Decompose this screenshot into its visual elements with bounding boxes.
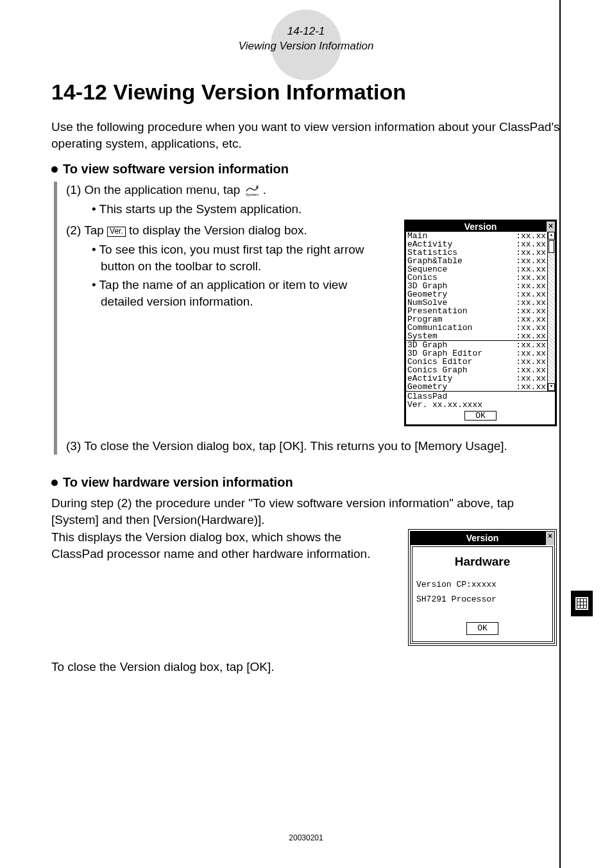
ver-icon: Ver.: [107, 227, 126, 236]
app-name: Geometry: [407, 383, 447, 391]
hw-dialog-titlebar: Version ×: [411, 532, 554, 545]
close-icon[interactable]: ×: [546, 221, 555, 232]
header-section-code: 14-12-1: [51, 24, 561, 39]
software-procedure: (1) On the application menu, tap System …: [54, 182, 561, 455]
version-list-row[interactable]: System:xx.xx: [406, 332, 547, 340]
step1-suffix: .: [263, 183, 266, 196]
hardware-para2: This displays the Version dialog box, wh…: [51, 529, 395, 562]
page-title: 14-12 Viewing Version Information: [51, 80, 561, 105]
header-badge: 14-12-1 Viewing Version Information: [51, 19, 561, 54]
close-icon[interactable]: ×: [545, 532, 554, 545]
version-dialog-titlebar: Version ×: [406, 221, 555, 232]
version-dialog-title: Version: [464, 221, 497, 232]
header-section-subtitle: Viewing Version Information: [51, 39, 561, 54]
app-version: :xx.xx: [516, 383, 546, 391]
version-list-row[interactable]: Geometry:xx.xx: [406, 383, 547, 391]
thumb-index-icon[interactable]: [571, 591, 593, 616]
scrollbar[interactable]: ▴ ▾: [547, 232, 555, 391]
grid-icon: [575, 597, 588, 610]
ok-button[interactable]: OK: [466, 622, 498, 635]
version-dialog-list: Main:xx.xxeActivity:xx.xxStatistics:xx.x…: [406, 232, 555, 391]
software-step-1: (1) On the application menu, tap System …: [66, 182, 561, 198]
bullet-icon: [51, 480, 58, 486]
scroll-thumb[interactable]: [548, 240, 554, 253]
software-heading: To view software version information: [51, 161, 561, 178]
step2-sub1: To see this icon, you must first tap the…: [92, 241, 391, 274]
version-dialog: Version × Main:xx.xxeActivity:xx.xxStati…: [404, 220, 557, 426]
hardware-version-dialog: Version × Hardware Version CP:xxxxx SH72…: [408, 529, 557, 645]
software-heading-text: To view software version information: [63, 162, 289, 176]
step2-prefix: (2) Tap: [66, 223, 107, 237]
step2-sub2: Tap the name of an application or item t…: [92, 277, 391, 309]
page-right-rule: [559, 0, 561, 868]
step1-sub: This starts up the System application.: [92, 201, 561, 218]
ok-button[interactable]: OK: [464, 411, 497, 421]
hardware-heading: To view hardware version information: [51, 474, 561, 491]
hw-line2: SH7291 Processor: [416, 594, 548, 605]
scroll-up-icon[interactable]: ▴: [548, 232, 555, 239]
step1-prefix: (1) On the application menu, tap: [66, 183, 244, 196]
software-step-3: (3) To close the Version dialog box, tap…: [66, 438, 561, 455]
footer-code: 20030201: [0, 833, 612, 842]
hardware-closing: To close the Version dialog box, tap [OK…: [51, 659, 561, 675]
hw-dialog-title: Version: [466, 533, 499, 543]
app-name: System: [407, 332, 438, 340]
software-step-2: (2) Tap Ver. to display the Version dial…: [66, 222, 391, 239]
step2-suffix: to display the Version dialog box.: [129, 223, 307, 237]
version-dialog-footer: ClassPad Ver. xx.xx.xxxx OK: [406, 391, 555, 424]
system-app-icon: System: [244, 184, 263, 196]
bullet-icon: [51, 166, 58, 173]
intro-paragraph: Use the following procedure when you wan…: [51, 119, 561, 152]
hw-subtitle: Hardware: [416, 553, 548, 570]
hardware-para1: During step (2) the procedure under "To …: [51, 495, 561, 528]
hardware-heading-text: To view hardware version information: [63, 475, 293, 489]
hw-line1: Version CP:xxxxx: [416, 579, 548, 591]
svg-text:System: System: [246, 193, 259, 196]
app-version: :xx.xx: [516, 332, 546, 340]
footer-line2: Ver. xx.xx.xxxx: [407, 401, 554, 409]
scroll-down-icon[interactable]: ▾: [548, 383, 555, 391]
